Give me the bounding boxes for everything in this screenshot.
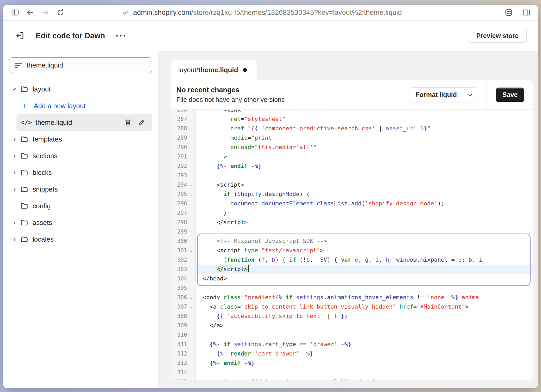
code-line-295[interactable]: 295› if (Shopify.designMode) {: [171, 189, 533, 199]
preview-store-button[interactable]: Preview store: [468, 29, 527, 43]
code-line-304[interactable]: 304</head>: [171, 274, 533, 283]
code-line-290[interactable]: 290 onload="this.media='all'": [171, 143, 533, 152]
code-text: <script src="{{ 'cart.js' | asset_url }}…: [196, 377, 533, 380]
code-line-296[interactable]: 296 document.documentElement.classList.a…: [171, 199, 533, 208]
sidebar-folder-layout[interactable]: ›layout: [9, 81, 152, 97]
code-line-312[interactable]: 312 {%- render 'cart-drawer' -%}: [171, 349, 533, 358]
forward-button[interactable]: [40, 7, 51, 18]
line-number: 306›: [171, 293, 196, 302]
code-text: href="{{ 'component-predictive-search.cs…: [196, 124, 533, 133]
code-line-309[interactable]: 309 </a>: [171, 321, 533, 330]
code-line-299[interactable]: 299: [171, 227, 533, 236]
code-line-292[interactable]: 292 {%- endif -%}: [171, 161, 533, 171]
chevron-collapsed-icon[interactable]: ›: [9, 218, 20, 227]
chevron-collapsed-icon[interactable]: ›: [9, 152, 20, 160]
browser-toolbar: admin.shopify.com/store/rzq1xu-f5/themes…: [3, 5, 538, 21]
line-number: 287: [171, 114, 196, 124]
code-line-288[interactable]: 288 href="{{ 'component-predictive-searc…: [171, 124, 533, 133]
code-editor[interactable]: 286 <link287 rel="stylesheet"288 href="{…: [171, 110, 533, 380]
folder-label: templates: [33, 135, 62, 143]
delete-icon[interactable]: [124, 119, 132, 126]
folder-icon: [20, 202, 28, 210]
overflow-menu-button[interactable]: ···: [115, 33, 127, 38]
sidebar-toggle-icon[interactable]: [10, 7, 21, 18]
exit-icon: [15, 31, 24, 40]
edit-icon[interactable]: [138, 119, 145, 126]
file-label: theme.liquid: [35, 119, 72, 127]
sidebar-folder-snippets[interactable]: ›snippets: [9, 181, 152, 198]
code-line-293[interactable]: 293: [171, 171, 533, 180]
sidebar-right-toggle-icon[interactable]: [521, 7, 532, 18]
sidebar-folder-locales[interactable]: ›locales: [9, 231, 152, 248]
line-number: 291: [171, 152, 196, 161]
page-settings-icon[interactable]: [503, 7, 514, 18]
line-number: 315: [171, 377, 196, 380]
code-text: [196, 283, 533, 293]
code-line-303[interactable]: 303 </script>: [171, 265, 533, 274]
code-line-301[interactable]: 301› <script type="text/javascript">: [171, 246, 533, 255]
code-line-305[interactable]: 305: [171, 283, 533, 293]
fold-toggle-icon[interactable]: ›: [189, 248, 196, 253]
code-line-300[interactable]: 300 <!-- Mixpanel Javascript SDK -->: [171, 236, 533, 246]
exit-button[interactable]: [14, 30, 26, 42]
code-line-287[interactable]: 287 rel="stylesheet": [171, 114, 533, 124]
line-number: 302: [171, 255, 196, 265]
chevron-collapsed-icon[interactable]: ›: [9, 235, 20, 243]
code-line-291[interactable]: 291 >: [171, 152, 533, 161]
fold-toggle-icon[interactable]: ›: [189, 192, 196, 197]
format-liquid-dropdown[interactable]: [463, 88, 477, 102]
code-line-297[interactable]: 297 }: [171, 208, 533, 218]
code-line-310[interactable]: 310: [171, 330, 533, 340]
code-line-286[interactable]: 286 <link: [171, 110, 533, 114]
chevron-collapsed-icon[interactable]: ›: [9, 185, 20, 193]
code-line-315[interactable]: 315 <script src="{{ 'cart.js' | asset_ur…: [171, 377, 533, 380]
format-liquid-label[interactable]: Format liquid: [409, 88, 463, 102]
code-text: <script>: [196, 180, 533, 189]
add-layout-label: Add a new layout: [34, 102, 85, 110]
fold-toggle-icon[interactable]: ›: [189, 304, 196, 309]
fold-toggle-icon[interactable]: ›: [189, 182, 196, 187]
sidebar-folder-templates[interactable]: ›templates: [9, 131, 152, 148]
line-number: 313: [171, 358, 196, 368]
sidebar-file-theme.liquid[interactable]: </>theme.liquid: [16, 114, 152, 131]
code-line-307[interactable]: 307› <a class="skip-to-content-link butt…: [171, 302, 533, 311]
line-number: 296: [171, 199, 196, 208]
line-number: 301›: [171, 246, 196, 255]
desktop-background: admin.shopify.com/store/rzq1xu-f5/themes…: [0, 0, 541, 392]
line-number: 298: [171, 218, 196, 227]
sidebar-folder-sections[interactable]: ›sections: [9, 148, 152, 164]
code-text: media="print": [196, 133, 533, 143]
code-line-313[interactable]: 313 {%- endif -%}: [171, 358, 533, 368]
line-number: 312: [171, 349, 196, 358]
code-line-294[interactable]: 294› <script>: [171, 180, 533, 189]
code-text: }: [196, 208, 533, 218]
line-number: 307›: [171, 302, 196, 311]
sidebar-folder-blocks[interactable]: ›blocks: [9, 164, 152, 181]
line-number: 310: [171, 330, 196, 340]
sidebar-folder-config[interactable]: config: [9, 198, 152, 214]
fold-toggle-icon[interactable]: ›: [189, 295, 196, 300]
code-line-298[interactable]: 298 </script>: [171, 218, 533, 227]
code-line-314[interactable]: 314: [171, 368, 533, 377]
address-bar[interactable]: admin.shopify.com/store/rzq1xu-f5/themes…: [122, 9, 402, 17]
sidebar-folder-assets[interactable]: ›assets: [9, 214, 152, 231]
back-button[interactable]: [25, 7, 36, 18]
reload-button[interactable]: [55, 7, 66, 18]
chevron-expanded-icon[interactable]: ›: [10, 84, 19, 95]
code-line-302[interactable]: 302 (function (f, b) { if (!b.__SV) { va…: [171, 255, 533, 265]
code-line-311[interactable]: 311 {%- if settings.cart_type == 'drawer…: [171, 340, 533, 349]
code-line-289[interactable]: 289 media="print": [171, 133, 533, 143]
code-line-306[interactable]: 306›<body class="gradient{% if settings.…: [171, 293, 533, 302]
folder-label: layout: [33, 85, 51, 93]
tab-theme-liquid[interactable]: layout/theme.liquid: [171, 60, 257, 80]
code-text: </head>: [196, 274, 533, 283]
code-text: onload="this.media='all'": [196, 143, 533, 152]
chevron-collapsed-icon[interactable]: ›: [9, 168, 20, 177]
line-number: 288: [171, 124, 196, 133]
code-line-308[interactable]: 308 {{ 'accessibility.skip_to_text' | t …: [171, 311, 533, 321]
file-filter-input[interactable]: theme.liquid: [9, 57, 152, 73]
sidebar-add-new-layout[interactable]: +Add a new layout: [9, 97, 152, 114]
save-button[interactable]: Save: [496, 88, 524, 102]
chevron-collapsed-icon[interactable]: ›: [9, 135, 20, 143]
line-number: 286: [171, 110, 196, 114]
